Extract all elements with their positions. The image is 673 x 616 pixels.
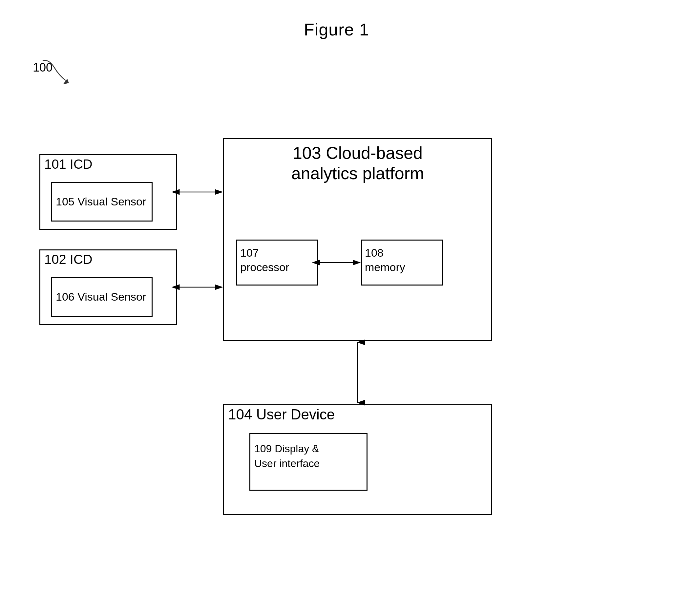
arrow-100-icon <box>39 57 82 90</box>
label-sensor105: 105 Visual Sensor <box>56 195 146 208</box>
svg-marker-0 <box>63 79 69 84</box>
label-icd101: 101 ICD <box>44 157 92 172</box>
label-cloud103: 103 Cloud-basedanalytics platform <box>246 143 469 184</box>
label-memory108: 108memory <box>365 245 405 274</box>
label-icd102: 102 ICD <box>44 252 92 267</box>
figure-title: Figure 1 <box>0 0 673 39</box>
label-processor107: 107processor <box>240 245 289 274</box>
label-sensor106: 106 Visual Sensor <box>56 290 146 303</box>
label-userdevice104: 104 User Device <box>228 406 335 423</box>
label-display109: 109 Display &User interface <box>254 441 319 471</box>
